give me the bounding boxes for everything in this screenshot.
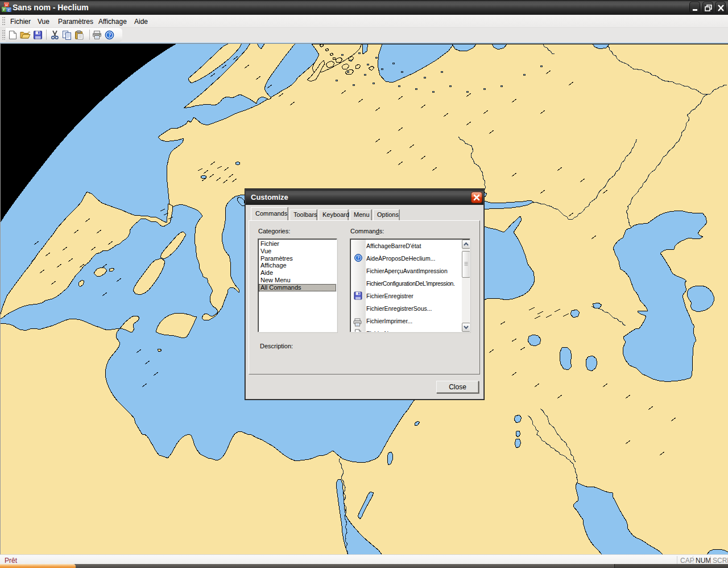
svg-text:H: H xyxy=(5,3,7,7)
svg-text:?: ? xyxy=(108,32,111,38)
svg-text:C: C xyxy=(7,9,10,12)
svg-text:F: F xyxy=(3,8,5,11)
svg-text:?: ? xyxy=(357,256,359,261)
